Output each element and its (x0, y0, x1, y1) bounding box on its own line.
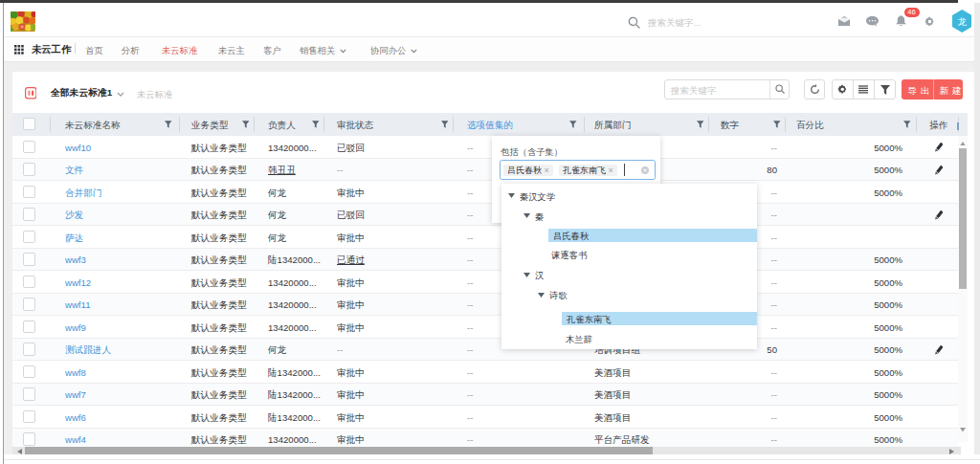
svg-text:龙: 龙 (957, 16, 967, 27)
